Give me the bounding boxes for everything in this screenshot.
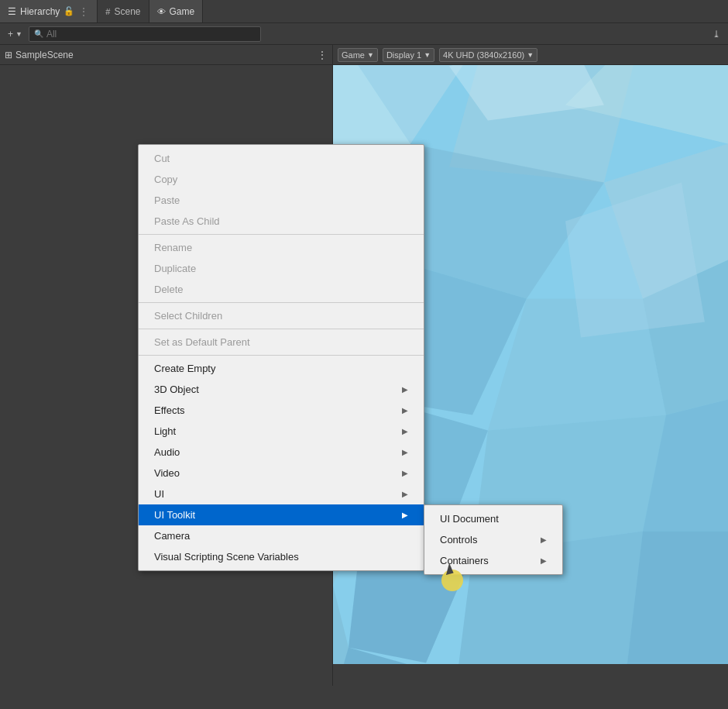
ui-toolkit-label: UI Toolkit [154, 509, 195, 521]
containers-arrow-icon: ▶ [541, 556, 547, 565]
menu-item-video[interactable]: Video ▶ [139, 463, 424, 484]
menu-item-effects[interactable]: Effects ▶ [139, 400, 424, 421]
search-box[interactable]: 🔍 [29, 26, 261, 42]
scene-grid-icon: ⊞ [5, 50, 12, 60]
more-icon[interactable]: ⋮ [78, 5, 89, 18]
save-icon: ⤓ [713, 29, 720, 40]
hierarchy-icon: ☰ [8, 6, 16, 17]
menu-item-ui-toolkit[interactable]: UI Toolkit ▶ [139, 504, 424, 525]
3d-object-arrow-icon: ▶ [402, 385, 408, 394]
light-label: Light [154, 425, 176, 437]
controls-label: Controls [440, 534, 477, 546]
menu-item-cut[interactable]: Cut [139, 148, 424, 169]
mouse-cursor [441, 570, 463, 591]
separator-3 [139, 329, 424, 329]
paste-label: Paste [154, 194, 180, 206]
create-empty-label: Create Empty [154, 363, 215, 374]
menu-item-duplicate[interactable]: Duplicate [139, 258, 424, 279]
menu-item-paste-as-child[interactable]: Paste As Child [139, 211, 424, 232]
display-label: Display 1 [386, 50, 421, 60]
menu-item-paste[interactable]: Paste [139, 190, 424, 211]
hierarchy-toolbar: + ▼ 🔍 ⤓ [0, 23, 728, 45]
menu-item-light[interactable]: Light ▶ [139, 421, 424, 442]
hierarchy-title-row: ⊞ SampleScene [5, 50, 74, 60]
menu-item-visual-scripting[interactable]: Visual Scripting Scene Variables [139, 546, 424, 567]
menu-item-ui-toolkit-container: UI Toolkit ▶ UI Document Controls ▶ Cont… [139, 504, 424, 525]
rename-label: Rename [154, 242, 192, 253]
audio-arrow-icon: ▶ [402, 448, 408, 456]
light-arrow-icon: ▶ [402, 427, 408, 435]
ui-document-label: UI Document [440, 513, 499, 525]
game-dropdown[interactable]: Game ▼ [338, 48, 378, 62]
menu-item-camera[interactable]: Camera [139, 525, 424, 546]
hierarchy-bar: ⊞ SampleScene ⋮ [0, 45, 332, 65]
menu-item-3d-object[interactable]: 3D Object ▶ [139, 379, 424, 400]
submenu-item-controls[interactable]: Controls ▶ [424, 529, 562, 550]
tab-hierarchy-label: Hierarchy [20, 6, 60, 17]
menu-item-delete[interactable]: Delete [139, 279, 424, 300]
main-area: ⊞ SampleScene ⋮ Cut Copy Paste Paste As … [0, 45, 728, 686]
add-label: + [8, 29, 13, 40]
tab-game[interactable]: 👁 Game [149, 0, 204, 22]
hierarchy-panel: ⊞ SampleScene ⋮ Cut Copy Paste Paste As … [0, 45, 333, 686]
resolution-label: 4K UHD (3840x2160) [443, 50, 524, 60]
3d-object-label: 3D Object [154, 384, 199, 395]
display-dropdown[interactable]: Display 1 ▼ [383, 48, 434, 62]
ui-label: UI [154, 488, 164, 500]
game-eye-icon: 👁 [157, 7, 166, 16]
effects-label: Effects [154, 404, 185, 416]
tab-game-label: Game [170, 6, 195, 17]
menu-item-select-children[interactable]: Select Children [139, 305, 424, 326]
effects-arrow-icon: ▶ [402, 406, 408, 415]
duplicate-label: Duplicate [154, 263, 196, 274]
resolution-dropdown[interactable]: 4K UHD (3840x2160) ▼ [439, 48, 537, 62]
lock-icon: 🔓 [64, 6, 74, 16]
menu-item-ui[interactable]: UI ▶ [139, 484, 424, 504]
audio-label: Audio [154, 446, 180, 458]
game-controls-bar: Game ▼ Display 1 ▼ 4K UHD (3840x2160) ▼ [333, 45, 728, 65]
menu-item-create-empty[interactable]: Create Empty [139, 358, 424, 379]
set-default-parent-label: Set as Default Parent [154, 336, 250, 348]
add-button[interactable]: + ▼ [5, 27, 26, 41]
copy-label: Copy [154, 174, 177, 185]
search-icon: 🔍 [34, 29, 43, 38]
display-dropdown-icon: ▼ [424, 51, 431, 59]
submenu-item-ui-document[interactable]: UI Document [424, 508, 562, 529]
game-dropdown-icon: ▼ [367, 51, 374, 59]
menu-item-audio[interactable]: Audio ▶ [139, 442, 424, 463]
top-bar: ☰ Hierarchy 🔓 ⋮ # Scene 👁 Game [0, 0, 728, 23]
camera-label: Camera [154, 530, 190, 542]
scene-more-button[interactable]: ⋮ [317, 49, 328, 61]
tab-scene[interactable]: # Scene [98, 0, 149, 22]
controls-arrow-icon: ▶ [541, 535, 547, 544]
svg-marker-18 [627, 532, 728, 663]
scene-name: SampleScene [15, 50, 74, 60]
tab-scene-label: Scene [114, 6, 140, 17]
search-input[interactable] [46, 29, 256, 40]
menu-item-rename[interactable]: Rename [139, 237, 424, 258]
delete-label: Delete [154, 284, 184, 295]
video-arrow-icon: ▶ [402, 469, 408, 477]
separator-4 [139, 355, 424, 356]
select-children-label: Select Children [154, 310, 222, 322]
ui-toolkit-arrow-icon: ▶ [402, 511, 408, 519]
context-menu: Cut Copy Paste Paste As Child Rename Dup… [138, 144, 424, 571]
separator-2 [139, 302, 424, 303]
cut-label: Cut [154, 153, 170, 164]
tab-hierarchy[interactable]: ☰ Hierarchy 🔓 ⋮ [0, 0, 98, 22]
ui-arrow-icon: ▶ [402, 490, 408, 498]
separator-1 [139, 234, 424, 235]
visual-scripting-label: Visual Scripting Scene Variables [154, 551, 299, 563]
scene-save-button[interactable]: ⤓ [709, 27, 723, 41]
menu-item-set-default-parent[interactable]: Set as Default Parent [139, 332, 424, 353]
resolution-dropdown-icon: ▼ [527, 51, 534, 59]
game-label: Game [342, 50, 365, 60]
paste-as-child-label: Paste As Child [154, 215, 220, 227]
add-dropdown-icon: ▼ [15, 30, 22, 38]
video-label: Video [154, 467, 180, 479]
scene-hash-icon: # [105, 7, 110, 16]
menu-item-copy[interactable]: Copy [139, 169, 424, 190]
